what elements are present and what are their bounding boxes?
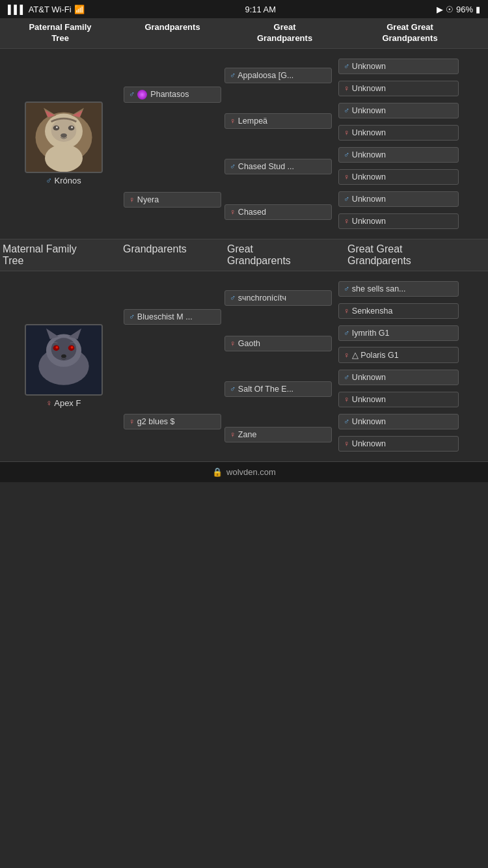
mgggp-0-node[interactable]: ♂ she sells san... xyxy=(338,278,462,300)
paternal-col2-header: Grandparents xyxy=(120,22,224,44)
svg-point-13 xyxy=(51,119,76,142)
lock-footer-icon: 🔒 xyxy=(212,467,223,477)
battery: 96% xyxy=(456,5,473,14)
mgggp-7-node[interactable]: ♀ Unknown xyxy=(338,433,462,455)
gggp-6-node[interactable]: ♂ Unknown xyxy=(338,188,462,210)
time: 9:11 AM xyxy=(245,5,276,14)
phantasos-gender-icon: ♂ xyxy=(129,90,135,99)
mggp-gaoth-node[interactable]: ♀ Gaoth xyxy=(224,332,335,355)
gggp-4-node[interactable]: ♂ Unknown xyxy=(338,144,462,166)
maternal-tree: ♀ Apex F ♂ Blueschist M ... ♀ g2 blues $ xyxy=(0,271,488,461)
paternal-gp-col: ♂ Phantasos ♀ Nyera xyxy=(120,55,221,232)
maternal-col4-header: Great GreatGrandparents xyxy=(345,243,475,267)
paternal-col1-header: Paternal FamilyTree xyxy=(0,22,120,44)
battery-icon: ▮ xyxy=(476,5,480,14)
nyera-node[interactable]: ♀ Nyera xyxy=(124,192,221,208)
paternal-col3-header: GreatGrandparents xyxy=(224,22,345,44)
apexf-image xyxy=(25,324,103,396)
paternal-subject-col: ♂ Krónos xyxy=(7,55,120,232)
wifi-icon: 📶 xyxy=(74,5,85,14)
ggp-chased-node[interactable]: ♀ Chased xyxy=(224,201,335,223)
maternal-col2-header: Grandparents xyxy=(120,243,224,267)
mggp-zane-node[interactable]: ♀ Zane xyxy=(224,424,335,446)
maternal-col3-header: GreatGrandparents xyxy=(224,243,345,267)
ggp-lempea-node[interactable]: ♀ Lempeä xyxy=(224,110,335,132)
carrier: AT&T Wi-Fi xyxy=(29,5,72,14)
kronos-image xyxy=(25,102,103,173)
footer-text: wolvden.com xyxy=(226,467,276,477)
svg-point-25 xyxy=(61,355,66,359)
maternal-ggp-col: ♂ sчnchronícítч ♀ Gaoth ♂ Salt Of The E.… xyxy=(221,278,335,455)
ggp-chasedstud-node[interactable]: ♂ Chased Stud ... xyxy=(224,156,335,178)
phantasos-special-icon xyxy=(137,90,147,100)
svg-point-23 xyxy=(55,346,58,349)
maternal-header: Maternal FamilyTree Grandparents GreatGr… xyxy=(0,239,488,271)
signal-icon: ▌▌▌ xyxy=(8,5,26,14)
svg-point-12 xyxy=(45,144,83,172)
gggp-7-node[interactable]: ♀ Unknown xyxy=(338,210,462,232)
mgggp-1-node[interactable]: ♀ Senkensha xyxy=(338,300,462,322)
apexf-gender-icon: ♀ xyxy=(46,398,53,408)
phantasos-node[interactable]: ♂ Phantasos xyxy=(124,87,221,103)
paternal-header: Paternal FamilyTree Grandparents GreatGr… xyxy=(0,18,488,49)
mgggp-5-node[interactable]: ♀ Unknown xyxy=(338,388,462,411)
g2blues-gender-icon: ♀ xyxy=(129,417,135,426)
main-container: ▌▌▌ AT&T Wi-Fi 📶 9:11 AM ▶ ☉ 96% ▮ Pater… xyxy=(0,0,488,482)
status-right: ▶ ☉ 96% ▮ xyxy=(437,5,480,14)
gggp-1-node[interactable]: ♀ Unknown xyxy=(338,77,462,100)
mggp-saltofe-node[interactable]: ♂ Salt Of The E... xyxy=(224,378,335,400)
paternal-tree: ♂ Krónos ♂ Phantasos ♀ Nyera xyxy=(0,49,488,239)
footer: 🔒 wolvden.com xyxy=(0,461,488,482)
status-bar: ▌▌▌ AT&T Wi-Fi 📶 9:11 AM ▶ ☉ 96% ▮ xyxy=(0,0,488,18)
maternal-gp-col: ♂ Blueschist M ... ♀ g2 blues $ xyxy=(120,278,221,455)
kronos-name[interactable]: ♂ Krónos xyxy=(46,176,81,185)
paternal-col4-header: Great GreatGrandparents xyxy=(345,22,475,44)
apexf-name[interactable]: ♀ Apex F xyxy=(46,398,81,408)
maternal-col1-header: Maternal FamilyTree xyxy=(0,243,120,267)
mgggp-4-node[interactable]: ♂ Unknown xyxy=(338,366,462,388)
paternal-ggp-col: ♂ Appaloosa [G... ♀ Lempeä ♂ Chased Stud… xyxy=(221,55,335,232)
location-icon: ▶ xyxy=(437,5,443,14)
lock-icon: ☉ xyxy=(446,5,454,14)
ggp-appaloosa-node[interactable]: ♂ Appaloosa [G... xyxy=(224,64,335,87)
g2blues-node[interactable]: ♀ g2 blues $ xyxy=(124,414,221,429)
svg-point-24 xyxy=(70,346,73,349)
paternal-gggp-col: ♂ Unknown ♀ Unknown ♂ Unknown ♀ xyxy=(335,55,462,232)
status-left: ▌▌▌ AT&T Wi-Fi 📶 xyxy=(8,5,85,14)
gggp-0-node[interactable]: ♂ Unknown xyxy=(338,55,462,77)
maternal-gggp-col: ♂ she sells san... ♀ Senkensha ♂ Iymrith… xyxy=(335,278,462,455)
maternal-subject-col: ♀ Apex F xyxy=(7,278,120,455)
mgggp-6-node[interactable]: ♂ Unknown xyxy=(338,411,462,433)
gggp-2-node[interactable]: ♂ Unknown xyxy=(338,100,462,122)
nyera-gender-icon: ♀ xyxy=(129,195,135,204)
blueschist-node[interactable]: ♂ Blueschist M ... xyxy=(124,309,221,325)
blueschist-gender-icon: ♂ xyxy=(129,312,135,321)
status-center: 9:11 AM xyxy=(245,5,276,14)
mgggp-2-node[interactable]: ♂ Iymrith G1 xyxy=(338,322,462,344)
kronos-gender-icon: ♂ xyxy=(46,176,52,185)
mggp-synchronicity-node[interactable]: ♂ sчnchronícítч xyxy=(224,287,335,309)
gggp-3-node[interactable]: ♀ Unknown xyxy=(338,122,462,144)
mgggp-3-node[interactable]: ♀ △ Polaris G1 xyxy=(338,344,462,366)
gggp-5-node[interactable]: ♀ Unknown xyxy=(338,166,462,188)
